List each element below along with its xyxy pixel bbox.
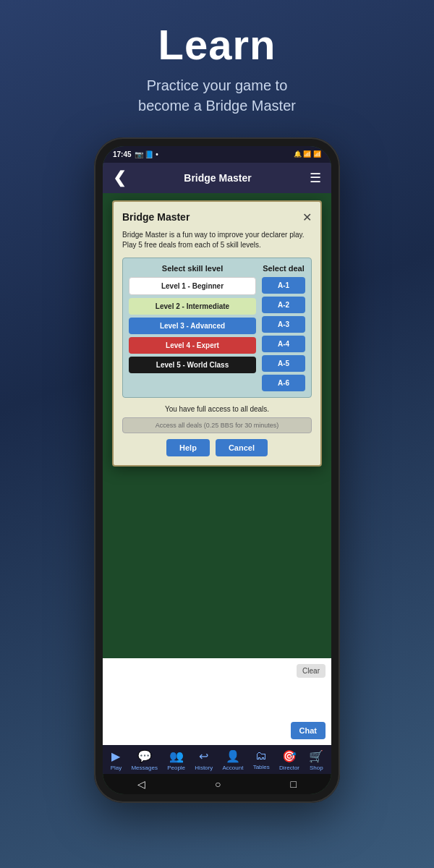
- deal-a5-button[interactable]: A-5: [262, 355, 305, 372]
- nav-item-people[interactable]: 👥 People: [167, 749, 185, 771]
- nav-item-play[interactable]: ▶ Play: [111, 749, 122, 771]
- skill-column: Select skill level Level 1 - Beginner Le…: [129, 264, 256, 391]
- play-icon: ▶: [111, 749, 120, 763]
- chat-area: Clear Chat: [103, 658, 331, 745]
- nav-title: Bridge Master: [184, 172, 251, 184]
- messages-icon: 💬: [137, 749, 152, 763]
- dialog-title: Bridge Master: [122, 211, 190, 223]
- deal-list: A-1 A-2 A-3 A-4 A-5 A-6: [262, 277, 305, 391]
- access-text: You have full access to all deals.: [122, 405, 312, 413]
- director-icon: 🎯: [282, 749, 297, 763]
- level-2-button[interactable]: Level 2 - Intermediate: [129, 298, 256, 315]
- nav-item-account[interactable]: 👤 Account: [222, 749, 243, 771]
- nav-tables-label: Tables: [253, 764, 270, 770]
- status-icons: 🔔 📶 📶: [294, 150, 321, 158]
- people-icon: 👥: [169, 749, 184, 763]
- account-icon: 👤: [226, 749, 240, 763]
- status-time: 17:45 📷 📘 •: [113, 150, 158, 158]
- dialog-close-button[interactable]: ✕: [302, 210, 312, 224]
- access-all-deals-button[interactable]: Access all deals (0.25 BBS for 30 minute…: [122, 417, 312, 433]
- system-nav: ◁ ○ □: [103, 774, 331, 794]
- level-5-button[interactable]: Level 5 - World Class: [129, 357, 256, 373]
- sys-back-button[interactable]: ◁: [137, 778, 145, 790]
- sys-recents-button[interactable]: □: [291, 778, 297, 790]
- nav-item-tables[interactable]: 🗂 Tables: [253, 749, 270, 770]
- deal-a1-button[interactable]: A-1: [262, 277, 305, 294]
- dialog-actions: Help Cancel: [122, 439, 312, 456]
- dialog-description: Bridge Master is a fun way to improve yo…: [122, 230, 312, 250]
- nav-messages-label: Messages: [131, 765, 157, 771]
- skill-deal-container: Select skill level Level 1 - Beginner Le…: [122, 258, 312, 398]
- bottom-nav: ▶ Play 💬 Messages 👥 People ↩ History 👤 A…: [103, 745, 331, 774]
- nav-item-messages[interactable]: 💬 Messages: [131, 749, 157, 771]
- level-3-button[interactable]: Level 3 - Advanced: [129, 318, 256, 334]
- help-button[interactable]: Help: [166, 439, 210, 456]
- deal-a6-button[interactable]: A-6: [262, 375, 305, 391]
- level-4-button[interactable]: Level 4 - Expert: [129, 337, 256, 354]
- page-title: Learn: [138, 22, 296, 68]
- deal-column-header: Select deal: [262, 264, 305, 273]
- chat-button[interactable]: Chat: [291, 722, 326, 739]
- shop-icon: 🛒: [309, 749, 323, 763]
- back-button[interactable]: ❮: [113, 169, 126, 187]
- history-icon: ↩: [199, 749, 208, 763]
- level-1-button[interactable]: Level 1 - Beginner: [129, 277, 256, 295]
- nav-bar: ❮ Bridge Master ☰: [103, 163, 331, 193]
- nav-item-history[interactable]: ↩ History: [195, 749, 213, 771]
- clear-button[interactable]: Clear: [297, 664, 326, 678]
- nav-director-label: Director: [279, 765, 299, 771]
- phone-screen: 17:45 📷 📘 • 🔔 📶 📶 ❮ Bridge Master ☰ Brid…: [103, 146, 331, 794]
- deal-a4-button[interactable]: A-4: [262, 336, 305, 352]
- nav-play-label: Play: [111, 765, 122, 771]
- skill-levels-list: Level 1 - Beginner Level 2 - Intermediat…: [129, 277, 256, 373]
- dialog-header: Bridge Master ✕: [122, 210, 312, 224]
- tables-icon: 🗂: [255, 749, 267, 762]
- deal-a3-button[interactable]: A-3: [262, 316, 305, 333]
- nav-item-director[interactable]: 🎯 Director: [279, 749, 299, 771]
- nav-people-label: People: [167, 765, 185, 771]
- menu-button[interactable]: ☰: [310, 170, 321, 186]
- header-section: Learn Practice your game tobecome a Brid…: [124, 0, 310, 130]
- page-subtitle: Practice your game tobecome a Bridge Mas…: [138, 75, 296, 116]
- phone-shell: 17:45 📷 📘 • 🔔 📶 📶 ❮ Bridge Master ☰ Brid…: [94, 137, 340, 803]
- nav-history-label: History: [195, 765, 213, 771]
- cancel-button[interactable]: Cancel: [216, 439, 268, 456]
- nav-shop-label: Shop: [310, 765, 323, 771]
- bridge-master-dialog: Bridge Master ✕ Bridge Master is a fun w…: [112, 200, 322, 467]
- dialog-overlay: Bridge Master ✕ Bridge Master is a fun w…: [103, 193, 331, 658]
- deal-column: Select deal A-1 A-2 A-3 A-4 A-5 A-6: [262, 264, 305, 391]
- nav-item-shop[interactable]: 🛒 Shop: [309, 749, 323, 771]
- deal-a2-button[interactable]: A-2: [262, 297, 305, 313]
- status-bar: 17:45 📷 📘 • 🔔 📶 📶: [103, 146, 331, 163]
- skill-column-header: Select skill level: [129, 264, 256, 273]
- sys-home-button[interactable]: ○: [215, 778, 221, 790]
- nav-account-label: Account: [222, 765, 243, 771]
- game-area: Bridge Master ✕ Bridge Master is a fun w…: [103, 193, 331, 658]
